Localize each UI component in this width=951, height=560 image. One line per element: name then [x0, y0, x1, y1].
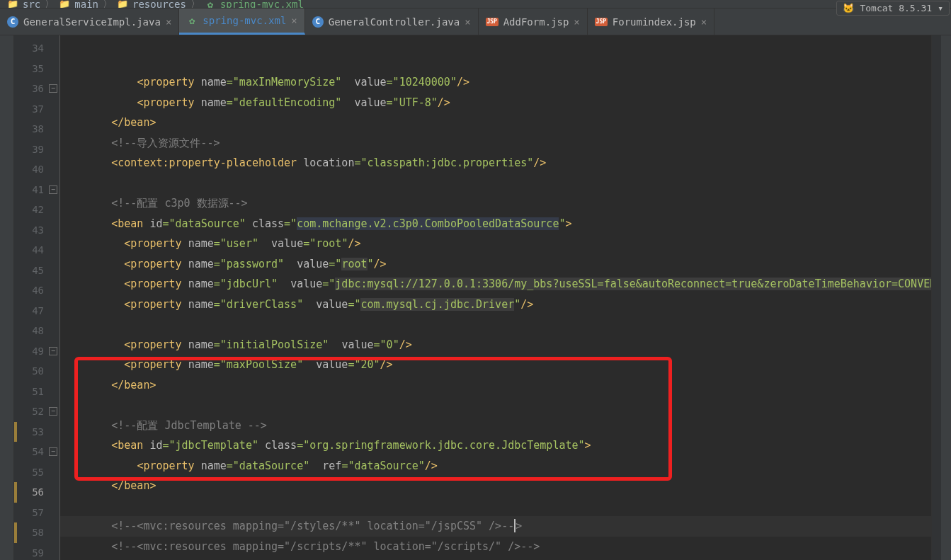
breadcrumb-item[interactable]: resources [132, 0, 186, 8]
chevron-down-icon: ▾ [938, 3, 943, 8]
run-config-label: Tomcat 8.5.31 [860, 3, 932, 8]
close-icon[interactable]: × [465, 16, 470, 28]
tomcat-icon: 🐱 [843, 3, 854, 8]
left-tool-window-bar[interactable] [0, 35, 14, 560]
line-number-gutter[interactable]: 343536−3738394041−4243444546474849−50515… [14, 35, 60, 560]
chevron-right-icon: 〉 [45, 0, 55, 8]
breadcrumb-item[interactable]: src [23, 0, 40, 8]
tab-label: AddForm.jsp [503, 16, 569, 28]
jsp-file-icon: JSP [486, 18, 499, 26]
tab-forum-index-jsp[interactable]: JSP Forumindex.jsp × [588, 8, 714, 35]
tab-general-controller[interactable]: C GeneralController.java × [305, 8, 479, 35]
breadcrumb-item[interactable]: spring-mvc.xml [220, 0, 304, 8]
tab-label: GeneralController.java [329, 16, 460, 28]
breadcrumb: 📁 src 〉 📁 main 〉 📁 resources 〉 ✿ spring-… [0, 0, 951, 8]
jsp-file-icon: JSP [595, 18, 608, 26]
close-icon[interactable]: × [574, 16, 579, 28]
xml-file-icon: ✿ [205, 0, 216, 8]
close-icon[interactable]: × [291, 15, 297, 26]
tab-spring-mvc-xml[interactable]: ✿ spring-mvc.xml × [179, 8, 304, 35]
xml-file-icon: ✿ [186, 15, 198, 26]
folder-icon: 📁 [7, 0, 18, 8]
java-class-icon: C [7, 16, 18, 28]
chevron-right-icon: 〉 [190, 0, 200, 8]
tab-general-service-impl[interactable]: C GeneralServiceImpl.java × [0, 8, 179, 35]
tab-label: spring-mvc.xml [203, 15, 286, 26]
close-icon[interactable]: × [166, 16, 171, 28]
chevron-right-icon: 〉 [103, 0, 113, 8]
editor-tabs: C GeneralServiceImpl.java × ✿ spring-mvc… [0, 8, 951, 35]
tab-label: GeneralServiceImpl.java [23, 16, 161, 28]
error-stripe[interactable] [931, 35, 941, 560]
folder-icon: 📁 [117, 0, 128, 8]
close-icon[interactable]: × [701, 16, 707, 28]
folder-icon: 📁 [59, 0, 70, 8]
vertical-scrollbar[interactable] [941, 35, 951, 560]
tab-add-form-jsp[interactable]: JSP AddForm.jsp × [479, 8, 588, 35]
run-config-selector[interactable]: 🐱 Tomcat 8.5.31 ▾ [836, 1, 950, 8]
tab-label: Forumindex.jsp [613, 16, 696, 28]
java-class-icon: C [312, 16, 324, 28]
code-editor[interactable]: <property name="maxInMemorySize" value="… [60, 35, 931, 560]
breadcrumb-item[interactable]: main [74, 0, 98, 8]
